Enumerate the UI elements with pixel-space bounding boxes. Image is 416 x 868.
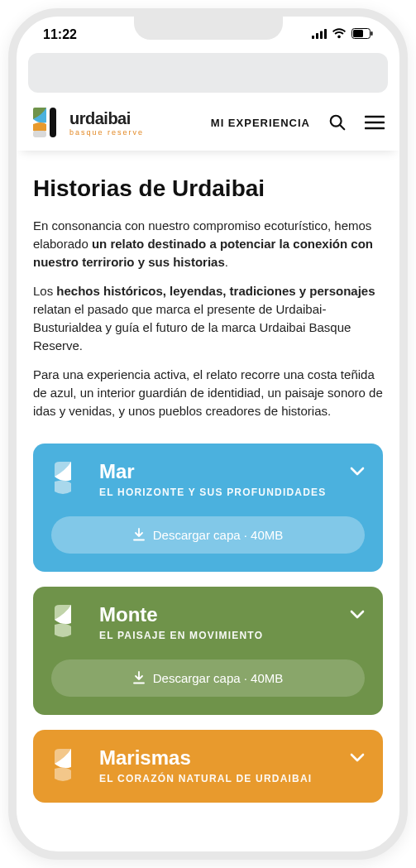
svg-rect-6 bbox=[353, 30, 363, 37]
download-monte-button[interactable]: Descargar capa · 40MB bbox=[51, 659, 365, 697]
card-monte[interactable]: Monte EL PAISAJE EN MOVIMIENTO Descargar… bbox=[33, 587, 383, 715]
brand-name: urdaibai bbox=[69, 109, 144, 128]
status-indicators bbox=[312, 27, 373, 42]
card-mar-title: Mar bbox=[99, 460, 365, 483]
notch bbox=[134, 15, 283, 40]
status-bar: 11:22 bbox=[17, 17, 399, 53]
monte-icon bbox=[51, 603, 86, 640]
search-icon[interactable] bbox=[328, 113, 347, 132]
chevron-down-icon[interactable] bbox=[350, 751, 365, 766]
card-mar[interactable]: Mar EL HORIZONTE Y SUS PROFUNDIDADES Des… bbox=[33, 444, 383, 572]
svg-line-11 bbox=[340, 125, 344, 129]
svg-rect-7 bbox=[371, 31, 373, 36]
card-mar-subtitle: EL HORIZONTE Y SUS PROFUNDIDADES bbox=[99, 487, 365, 498]
status-time: 11:22 bbox=[43, 27, 77, 42]
signal-icon bbox=[312, 27, 327, 42]
download-monte-label: Descargar capa · 40MB bbox=[153, 671, 284, 685]
wifi-icon bbox=[332, 27, 347, 42]
svg-rect-3 bbox=[324, 29, 327, 39]
intro-paragraph-3: Para una experiencia activa, el relato r… bbox=[33, 366, 383, 420]
card-marismas-subtitle: EL CORAZÓN NATURAL DE URDAIBAI bbox=[99, 773, 365, 784]
svg-rect-1 bbox=[316, 33, 318, 39]
logo[interactable]: urdaibai basque reserve bbox=[31, 106, 144, 139]
svg-point-4 bbox=[337, 36, 341, 39]
card-monte-title: Monte bbox=[99, 603, 365, 626]
card-monte-subtitle: EL PAISAJE EN MOVIMIENTO bbox=[99, 630, 365, 641]
svg-rect-8 bbox=[33, 131, 46, 137]
battery-icon bbox=[351, 27, 373, 42]
logo-text: urdaibai basque reserve bbox=[69, 109, 144, 137]
marismas-icon bbox=[51, 747, 86, 784]
brand-tagline: basque reserve bbox=[69, 128, 144, 137]
page-title: Historias de Urdaibai bbox=[33, 175, 383, 202]
intro-paragraph-2: Los hechos históricos, leyendas, tradici… bbox=[33, 282, 383, 354]
nav-mi-experiencia[interactable]: MI EXPERIENCIA bbox=[211, 117, 310, 129]
download-icon bbox=[133, 528, 145, 541]
download-icon bbox=[133, 671, 145, 684]
svg-rect-2 bbox=[320, 31, 323, 40]
chevron-down-icon[interactable] bbox=[350, 465, 365, 480]
download-mar-label: Descargar capa · 40MB bbox=[153, 528, 284, 542]
mar-icon bbox=[51, 460, 86, 496]
phone-frame: 11:22 bbox=[8, 8, 408, 860]
logo-icon bbox=[31, 106, 63, 139]
menu-icon[interactable] bbox=[365, 115, 385, 130]
card-list: Mar EL HORIZONTE Y SUS PROFUNDIDADES Des… bbox=[17, 432, 399, 803]
site-header: urdaibai basque reserve MI EXPERIENCIA bbox=[17, 98, 399, 151]
main-content: Historias de Urdaibai En consonancia con… bbox=[17, 151, 399, 420]
browser-address-bar[interactable] bbox=[28, 53, 388, 93]
card-marismas-title: Marismas bbox=[99, 746, 365, 770]
card-marismas[interactable]: Marismas EL CORAZÓN NATURAL DE URDAIBAI bbox=[33, 730, 383, 803]
svg-rect-0 bbox=[312, 36, 314, 39]
intro-paragraph-1: En consonancia con nuestro compromiso ec… bbox=[33, 217, 383, 271]
chevron-down-icon[interactable] bbox=[350, 608, 365, 623]
svg-rect-9 bbox=[50, 108, 56, 137]
download-mar-button[interactable]: Descargar capa · 40MB bbox=[51, 516, 365, 554]
